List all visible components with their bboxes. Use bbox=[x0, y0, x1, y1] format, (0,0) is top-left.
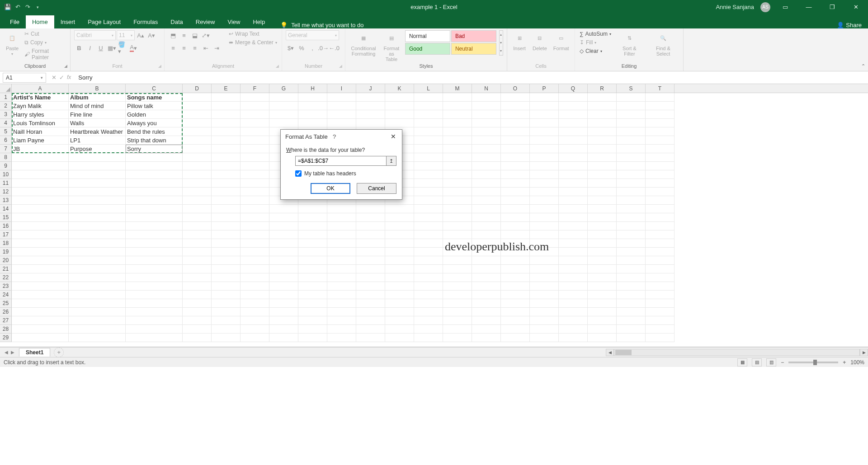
cell[interactable] bbox=[327, 110, 356, 119]
row-header[interactable]: 22 bbox=[0, 273, 12, 282]
row-header[interactable]: 11 bbox=[0, 179, 12, 188]
cell[interactable] bbox=[443, 205, 472, 213]
cell[interactable] bbox=[183, 230, 212, 239]
cell[interactable] bbox=[501, 102, 530, 110]
cell[interactable] bbox=[588, 299, 617, 308]
cell[interactable] bbox=[501, 325, 530, 333]
cell[interactable] bbox=[617, 162, 646, 170]
qat-customize-icon[interactable]: ▾ bbox=[33, 3, 42, 11]
cell[interactable]: Purpose bbox=[69, 145, 126, 153]
cell[interactable] bbox=[183, 93, 212, 102]
select-all-corner[interactable] bbox=[0, 84, 12, 93]
cell[interactable] bbox=[588, 93, 617, 102]
cell[interactable] bbox=[501, 265, 530, 273]
cell[interactable] bbox=[443, 188, 472, 196]
cell[interactable] bbox=[12, 222, 69, 230]
cell[interactable] bbox=[183, 299, 212, 308]
row-header[interactable]: 16 bbox=[0, 222, 12, 230]
cell[interactable] bbox=[414, 127, 443, 136]
cell[interactable] bbox=[183, 222, 212, 230]
cell[interactable] bbox=[646, 316, 675, 325]
cell[interactable] bbox=[183, 127, 212, 136]
cell[interactable] bbox=[530, 273, 559, 282]
percent-format-icon[interactable]: % bbox=[297, 43, 307, 53]
cell[interactable] bbox=[126, 196, 183, 205]
cell[interactable] bbox=[269, 299, 298, 308]
cell[interactable]: Bend the rules bbox=[126, 127, 183, 136]
cell[interactable] bbox=[530, 256, 559, 265]
cell[interactable] bbox=[646, 333, 675, 342]
cell[interactable] bbox=[12, 153, 69, 162]
cell[interactable] bbox=[414, 291, 443, 299]
dialog-launcher-icon[interactable]: ◢ bbox=[63, 64, 68, 69]
cell[interactable] bbox=[414, 256, 443, 265]
cell[interactable] bbox=[588, 325, 617, 333]
cell[interactable]: Louis Tomlinson bbox=[12, 119, 69, 127]
cell[interactable] bbox=[212, 110, 241, 119]
cell[interactable] bbox=[414, 102, 443, 110]
cell[interactable] bbox=[617, 170, 646, 179]
cell[interactable] bbox=[443, 162, 472, 170]
cell[interactable] bbox=[472, 93, 501, 102]
column-header[interactable]: M bbox=[443, 84, 472, 93]
cell[interactable] bbox=[501, 308, 530, 316]
cell[interactable] bbox=[530, 325, 559, 333]
align-left-icon[interactable]: ≡ bbox=[168, 43, 178, 53]
cell[interactable] bbox=[385, 256, 414, 265]
cell[interactable] bbox=[241, 265, 269, 273]
cell[interactable] bbox=[212, 256, 241, 265]
column-header[interactable]: T bbox=[646, 84, 675, 93]
cell[interactable] bbox=[530, 333, 559, 342]
cell[interactable] bbox=[126, 273, 183, 282]
cell[interactable] bbox=[617, 179, 646, 188]
cell[interactable] bbox=[69, 179, 126, 188]
cell[interactable] bbox=[269, 308, 298, 316]
cell[interactable] bbox=[646, 256, 675, 265]
cell[interactable] bbox=[327, 230, 356, 239]
cell[interactable] bbox=[212, 325, 241, 333]
cell[interactable] bbox=[646, 205, 675, 213]
cell[interactable] bbox=[241, 282, 269, 291]
save-icon[interactable]: 💾 bbox=[4, 3, 12, 11]
cell[interactable] bbox=[617, 188, 646, 196]
table-range-input[interactable] bbox=[295, 156, 387, 166]
tell-me[interactable]: 💡 Tell me what you want to do bbox=[280, 22, 363, 28]
cell[interactable] bbox=[269, 248, 298, 256]
cell[interactable] bbox=[356, 265, 385, 273]
sheet-tab-sheet1[interactable]: Sheet1 bbox=[19, 348, 50, 357]
cell[interactable] bbox=[69, 316, 126, 325]
cell[interactable] bbox=[588, 256, 617, 265]
cell[interactable] bbox=[126, 188, 183, 196]
row-header[interactable]: 3 bbox=[0, 110, 12, 119]
cell[interactable] bbox=[241, 213, 269, 222]
cell[interactable]: Liam Payne bbox=[12, 136, 69, 145]
cell[interactable] bbox=[241, 145, 269, 153]
cell[interactable] bbox=[212, 239, 241, 248]
cell[interactable] bbox=[241, 170, 269, 179]
cell[interactable] bbox=[269, 205, 298, 213]
cell[interactable] bbox=[646, 239, 675, 248]
cell[interactable] bbox=[385, 222, 414, 230]
tab-home[interactable]: Home bbox=[26, 15, 54, 28]
cell[interactable] bbox=[414, 170, 443, 179]
cut-button[interactable]: ✂Cut bbox=[24, 30, 66, 38]
grow-font-icon[interactable]: A▴ bbox=[136, 30, 146, 40]
cell[interactable] bbox=[69, 222, 126, 230]
row-header[interactable]: 26 bbox=[0, 308, 12, 316]
align-center-icon[interactable]: ≡ bbox=[179, 43, 189, 53]
cell[interactable] bbox=[385, 239, 414, 248]
dialog-launcher-icon[interactable]: ◢ bbox=[157, 64, 162, 69]
headers-checkbox-row[interactable]: My table has headers bbox=[295, 170, 396, 177]
cell[interactable] bbox=[472, 205, 501, 213]
cell[interactable] bbox=[298, 299, 327, 308]
cell[interactable] bbox=[69, 308, 126, 316]
cell[interactable] bbox=[12, 265, 69, 273]
cell[interactable] bbox=[559, 119, 588, 127]
cell[interactable] bbox=[69, 256, 126, 265]
cell[interactable] bbox=[530, 291, 559, 299]
cell[interactable] bbox=[588, 316, 617, 325]
cell[interactable] bbox=[472, 222, 501, 230]
cell[interactable] bbox=[327, 102, 356, 110]
cell[interactable] bbox=[298, 239, 327, 248]
cell[interactable] bbox=[472, 153, 501, 162]
